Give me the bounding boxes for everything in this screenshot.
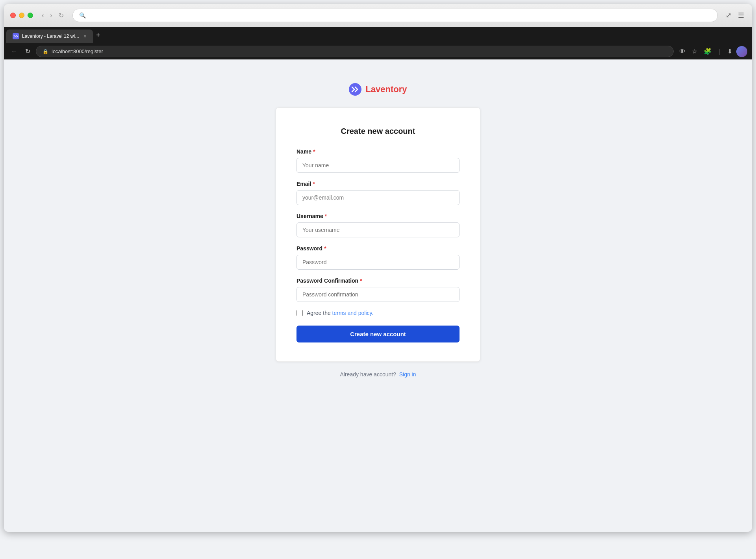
logo-text: Laventory <box>365 84 407 94</box>
password-input[interactable] <box>296 255 460 270</box>
username-required-star: * <box>325 213 327 219</box>
username-input[interactable] <box>296 222 460 237</box>
register-card: Create new account Name * Email * <box>276 107 480 362</box>
browser-forward-button[interactable]: › <box>48 10 54 20</box>
close-window-button[interactable] <box>10 13 16 18</box>
active-tab[interactable]: >> Laventory - Laravel 12 with Iner... × <box>6 30 93 43</box>
password-confirmation-required-star: * <box>360 278 362 284</box>
browser-back-button[interactable]: ‹ <box>39 10 46 20</box>
terms-text[interactable]: Agree the terms and policy. <box>307 310 373 316</box>
menu-icon[interactable]: ☰ <box>736 9 746 21</box>
signin-text: Already have account? <box>340 371 396 378</box>
terms-checkbox[interactable] <box>296 310 303 316</box>
terms-link[interactable]: terms and policy. <box>332 310 374 316</box>
username-field-group: Username * <box>296 213 460 237</box>
tab-close-button[interactable]: × <box>83 33 87 39</box>
reader-mode-icon[interactable]: 👁 <box>677 46 688 57</box>
nav-right-controls: 👁 ☆ 🧩 | ⬇ <box>677 46 747 57</box>
download-icon[interactable]: ⬇ <box>725 46 735 57</box>
logo-icon <box>349 83 361 96</box>
minimize-window-button[interactable] <box>19 13 24 18</box>
form-title: Create new account <box>296 127 460 136</box>
password-confirmation-field-group: Password Confirmation * <box>296 278 460 302</box>
password-confirmation-input[interactable] <box>296 287 460 302</box>
navigation-bar: ← ↻ 🔒 localhost:8000/register 👁 ☆ 🧩 | ⬇ <box>4 43 752 59</box>
email-field-group: Email * <box>296 181 460 205</box>
browser-window-controls: ⤢ ☰ <box>724 9 746 21</box>
divider: | <box>716 46 723 57</box>
logo-area: Laventory <box>349 83 407 96</box>
extensions-icon[interactable]: 🧩 <box>701 46 714 57</box>
email-label: Email * <box>296 181 460 187</box>
url-display: localhost:8000/register <box>52 48 103 54</box>
username-label: Username * <box>296 213 460 219</box>
titlebar-address-bar[interactable]: 🔍 <box>72 9 718 22</box>
name-field-group: Name * <box>296 148 460 173</box>
tab-favicon: >> <box>13 33 19 39</box>
expand-icon[interactable]: ⤢ <box>724 9 733 21</box>
signin-row: Already have account? Sign in <box>340 371 416 378</box>
email-required-star: * <box>313 181 315 187</box>
browser-reload-button[interactable]: ↻ <box>56 10 66 21</box>
lock-icon: 🔒 <box>43 49 48 54</box>
page-content: Laventory Create new account Name * Emai… <box>4 59 752 532</box>
signin-link[interactable]: Sign in <box>399 371 416 378</box>
nav-back-button[interactable]: ← <box>9 46 20 57</box>
browser-titlebar: ‹ › ↻ 🔍 ⤢ ☰ <box>4 4 752 27</box>
submit-button[interactable]: Create new account <box>296 326 460 342</box>
url-bar[interactable]: 🔒 localhost:8000/register <box>36 46 674 57</box>
browser-window: ‹ › ↻ 🔍 ⤢ ☰ >> Laventory - Laravel 12 wi… <box>4 4 752 532</box>
password-field-group: Password * <box>296 245 460 270</box>
maximize-window-button[interactable] <box>28 13 33 18</box>
password-label: Password * <box>296 245 460 252</box>
search-icon: 🔍 <box>79 12 86 19</box>
email-input[interactable] <box>296 190 460 205</box>
terms-row: Agree the terms and policy. <box>296 310 460 316</box>
name-required-star: * <box>313 148 315 155</box>
profile-avatar[interactable] <box>736 46 747 57</box>
tab-bar: >> Laventory - Laravel 12 with Iner... ×… <box>4 27 752 43</box>
name-input[interactable] <box>296 158 460 173</box>
traffic-lights <box>10 13 33 18</box>
new-tab-button[interactable]: + <box>93 27 104 43</box>
register-form: Name * Email * Username <box>296 148 460 342</box>
password-confirmation-label: Password Confirmation * <box>296 278 460 284</box>
bookmark-star-icon[interactable]: ☆ <box>689 46 700 57</box>
name-label: Name * <box>296 148 460 155</box>
browser-nav-buttons: ‹ › ↻ <box>39 10 66 21</box>
password-required-star: * <box>324 245 326 252</box>
nav-forward-button[interactable]: ↻ <box>23 46 33 57</box>
tab-title: Laventory - Laravel 12 with Iner... <box>22 33 80 39</box>
